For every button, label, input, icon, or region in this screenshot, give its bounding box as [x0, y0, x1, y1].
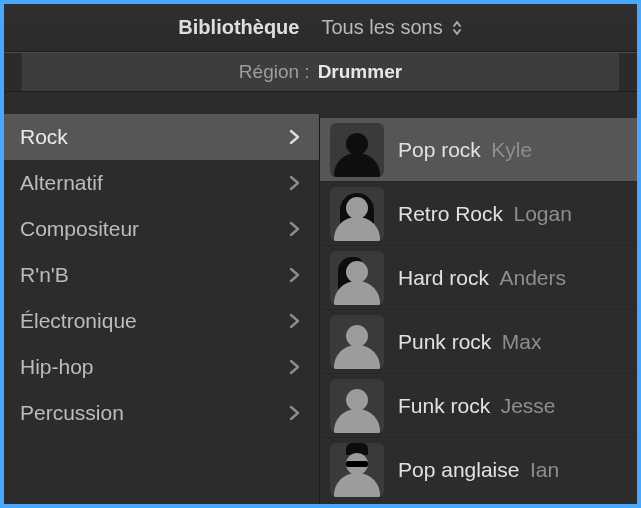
category-label: Compositeur [20, 217, 139, 241]
content-columns: Rock Alternatif Compositeur R'n'B Électr… [4, 114, 637, 504]
category-label: Percussion [20, 401, 124, 425]
drummer-item[interactable]: Hard rock Anders [320, 246, 637, 310]
drummer-item[interactable]: Pop anglaise Ian [320, 438, 637, 502]
drummer-name: Ian [530, 458, 559, 481]
category-item[interactable]: Compositeur [4, 206, 319, 252]
category-label: Rock [20, 125, 68, 149]
drummer-name: Logan [513, 202, 571, 225]
region-prefix: Région : [239, 61, 310, 83]
sound-scope-label: Tous les sons [321, 16, 442, 39]
category-item[interactable]: Hip-hop [4, 344, 319, 390]
avatar [330, 443, 384, 497]
updown-icon [451, 19, 463, 37]
drummer-item[interactable]: Pop rock Kyle [320, 118, 637, 182]
drummer-text: Funk rock Jesse [398, 394, 556, 418]
header-primary: Bibliothèque Tous les sons [4, 4, 637, 52]
library-panel: Bibliothèque Tous les sons Région : Drum… [4, 4, 637, 504]
category-list: Rock Alternatif Compositeur R'n'B Électr… [4, 114, 320, 504]
avatar [330, 379, 384, 433]
sound-scope-select[interactable]: Tous les sons [321, 16, 462, 39]
library-title: Bibliothèque [178, 16, 299, 39]
drummer-text: Hard rock Anders [398, 266, 566, 290]
drummer-style: Retro Rock [398, 202, 503, 225]
chevron-right-icon [287, 220, 301, 238]
drummer-style: Punk rock [398, 330, 491, 353]
drummer-text: Punk rock Max [398, 330, 542, 354]
category-label: Électronique [20, 309, 137, 333]
avatar [330, 187, 384, 241]
drummer-item[interactable]: Punk rock Max [320, 310, 637, 374]
drummer-style: Funk rock [398, 394, 490, 417]
avatar [330, 123, 384, 177]
chevron-right-icon [287, 358, 301, 376]
drummer-text: Pop rock Kyle [398, 138, 532, 162]
category-item[interactable]: Électronique [4, 298, 319, 344]
drummer-list: Pop rock Kyle Retro Rock Logan Hard rock… [320, 114, 637, 504]
drummer-item[interactable]: Funk rock Jesse [320, 374, 637, 438]
category-label: R'n'B [20, 263, 69, 287]
category-item[interactable]: Alternatif [4, 160, 319, 206]
category-item[interactable]: Percussion [4, 390, 319, 436]
drummer-name: Max [502, 330, 542, 353]
drummer-name: Kyle [491, 138, 532, 161]
category-label: Hip-hop [20, 355, 94, 379]
avatar [330, 251, 384, 305]
drummer-name: Anders [499, 266, 566, 289]
chevron-right-icon [287, 174, 301, 192]
chevron-right-icon [287, 128, 301, 146]
category-item[interactable]: Rock [4, 114, 319, 160]
region-value: Drummer [318, 61, 402, 83]
drummer-style: Pop rock [398, 138, 481, 161]
drummer-item[interactable]: Retro Rock Logan [320, 182, 637, 246]
category-label: Alternatif [20, 171, 103, 195]
avatar [330, 315, 384, 369]
drummer-style: Pop anglaise [398, 458, 519, 481]
chevron-right-icon [287, 266, 301, 284]
chevron-right-icon [287, 312, 301, 330]
drummer-text: Retro Rock Logan [398, 202, 572, 226]
header-region: Région : Drummer [4, 52, 637, 92]
category-item[interactable]: R'n'B [4, 252, 319, 298]
drummer-name: Jesse [501, 394, 556, 417]
chevron-right-icon [287, 404, 301, 422]
drummer-style: Hard rock [398, 266, 489, 289]
drummer-text: Pop anglaise Ian [398, 458, 559, 482]
